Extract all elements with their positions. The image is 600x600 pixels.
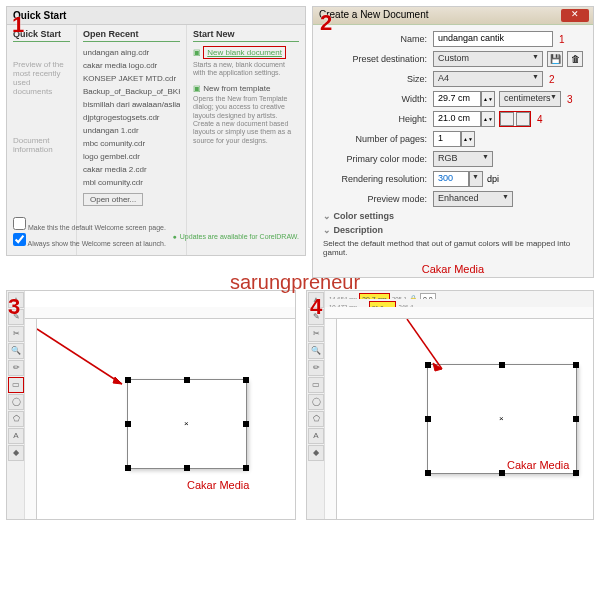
delete-preset-button[interactable]: 🗑 [567,51,583,67]
always-show-checkbox[interactable] [13,233,26,246]
ellipse-tool[interactable]: ◯ [8,394,24,410]
toolbox: ▲ ✎ ✂ 🔍 ✏ ▭ ◯ ⬠ A ◆ [7,291,25,519]
save-preset-button[interactable]: 💾 [547,51,563,67]
svg-marker-1 [113,377,122,384]
pages-label: Number of pages: [323,134,433,144]
preview-dropdown[interactable]: Enhanced [433,191,513,207]
page-rectangle[interactable]: × [127,379,247,469]
preset-label: Preset destination: [323,54,433,64]
resolution-dd[interactable] [469,171,483,187]
height-label: Height: [323,114,433,124]
pages-spinner[interactable]: ▲▼ [461,131,475,147]
landscape-icon[interactable] [516,112,530,126]
canvas[interactable]: × Cakar Media [37,319,295,519]
recent-item[interactable]: undangan 1.cdr [83,124,180,137]
svg-line-0 [37,329,122,384]
cakar-media-watermark: Cakar Media [507,459,569,471]
description-text: Select the default method that out of ga… [323,237,583,259]
fill-tool[interactable]: ◆ [8,445,24,461]
ellipse-tool[interactable]: ◯ [308,394,324,410]
portrait-icon[interactable] [500,112,514,126]
start-new-header: Start New [193,29,299,42]
color-settings-section[interactable]: Color settings [323,211,583,221]
canvas-panel-3: ▲ ✎ ✂ 🔍 ✏ ▭ ◯ ⬠ A ◆ × [6,290,296,520]
zoom-tool[interactable]: 🔍 [8,343,24,359]
text-tool[interactable]: A [8,428,24,444]
height-spinner[interactable]: ▲▼ [481,111,495,127]
width-field[interactable]: 29.7 cm [433,91,481,107]
recent-item[interactable]: cakar media logo.cdr [83,59,180,72]
toolbox: ▲ ✎ ✂ 🔍 ✏ ▭ ◯ ⬠ A ◆ [307,291,325,519]
recent-item[interactable]: undangan aing.cdr [83,46,180,59]
size-label: Size: [323,74,433,84]
polygon-tool[interactable]: ⬠ [8,411,24,427]
recent-item[interactable]: KONSEP JAKET MTD.cdr [83,72,180,85]
freehand-tool[interactable]: ✏ [8,360,24,376]
canvas[interactable]: × Cakar Media [337,319,593,519]
resolution-label: Rendering resolution: [323,174,433,184]
sidebar-preview-text: Preview of the most recently used docume… [13,60,70,96]
ruler-vertical [25,319,37,519]
orientation-buttons[interactable] [499,111,531,127]
close-button[interactable]: ✕ [561,9,589,22]
cakar-media-watermark: Cakar Media [323,263,583,275]
new-blank-desc: Starts a new, blank document with the ap… [193,61,299,78]
recent-item[interactable]: Backup_of_Backup_of_BKK... [83,85,180,98]
template-icon: ▣ [193,84,201,93]
text-tool[interactable]: A [308,428,324,444]
rectangle-tool[interactable]: ▭ [8,377,24,393]
recent-item[interactable]: cakar media 2.cdr [83,163,180,176]
description-section[interactable]: Description [323,225,583,235]
pages-field[interactable]: 1 [433,131,461,147]
resolution-field[interactable]: 300 [433,171,469,187]
ruler-horizontal [25,307,295,319]
units-dropdown[interactable]: centimeters [499,91,561,107]
recent-item[interactable]: logo gembel.cdr [83,150,180,163]
dialog-title: Create a New Document [319,9,429,20]
height-field[interactable]: 21.0 cm [433,111,481,127]
open-recent-header: Open Recent [83,29,180,42]
polygon-tool[interactable]: ⬠ [308,411,324,427]
width-spinner[interactable]: ▲▼ [481,91,495,107]
step-number-4: 4 [310,294,322,320]
recent-item[interactable]: mbc comunity.cdr [83,137,180,150]
fill-tool[interactable]: ◆ [308,445,324,461]
updates-available[interactable]: Updates are available for CorelDRAW. [173,233,299,240]
preview-label: Preview mode: [323,194,433,204]
colormode-dropdown[interactable]: RGB [433,151,493,167]
step-number-1: 1 [12,12,24,38]
new-from-template-link[interactable]: New from template [203,84,270,93]
cakar-media-watermark: Cakar Media [187,479,249,491]
page-rectangle[interactable]: × [427,364,577,474]
recent-item[interactable]: mbl comunity.cdr [83,176,180,189]
document-icon: ▣ [193,48,201,57]
new-blank-document-link[interactable]: New blank document [203,46,286,59]
new-template-desc: Opens the New from Template dialog; you … [193,95,299,145]
quick-start-title: Quick Start [7,7,305,25]
recent-item[interactable]: djptgrogestogsets.cdr [83,111,180,124]
freehand-tool[interactable]: ✏ [308,360,324,376]
rectangle-tool[interactable]: ▭ [308,377,324,393]
crop-tool[interactable]: ✂ [308,326,324,342]
recent-item[interactable]: bismillah dari awalaan/aslia... [83,98,180,111]
callout-4: 4 [537,114,543,125]
name-label: Name: [323,34,433,44]
zoom-tool[interactable]: 🔍 [308,343,324,359]
crop-tool[interactable]: ✂ [8,326,24,342]
step-number-2: 2 [320,10,332,36]
open-other-button[interactable]: Open other... [83,193,143,206]
step-number-3: 3 [8,294,20,320]
default-welcome-checkbox[interactable] [13,217,26,230]
always-show-label: Always show the Welcome screen at launch… [28,240,166,247]
sidebar-docinfo-text: Document information [13,136,70,154]
canvas-panel-4: ▲ ✎ ✂ 🔍 ✏ ▭ ◯ ⬠ A ◆ 14.654 cm 29.7 cm 20… [306,290,594,520]
create-document-dialog: Create a New Document ✕ Name: undangan c… [312,6,594,278]
size-dropdown[interactable]: A4 [433,71,543,87]
default-welcome-label: Make this the default Welcome screen pag… [28,224,166,231]
width-label: Width: [323,94,433,104]
preset-dropdown[interactable]: Custom [433,51,543,67]
callout-2: 2 [549,74,555,85]
callout-1: 1 [559,34,565,45]
ruler-vertical [325,319,337,519]
name-field[interactable]: undangan cantik [433,31,553,47]
